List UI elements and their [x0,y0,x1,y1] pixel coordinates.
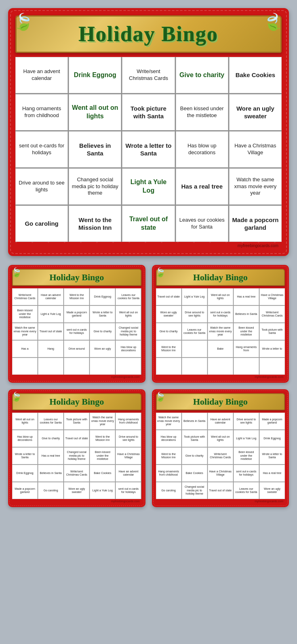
small-cell-2-4: Took picture with Santa [259,323,285,340]
bingo-cell-4-4: Made a popcorn garland [229,206,282,242]
bingo-cell-0-3: Give to charity [176,57,228,93]
small-cell-2-1: Leaves our cookies for Santa [182,323,207,340]
small-cell-2-4: Changed social media pic to holiday them… [116,323,141,340]
small-cell-4-4 [259,358,285,375]
small-cell-0-2: Went all out on lights [208,288,233,305]
small-cell-0-1: Have an advent calendar [38,288,63,305]
bingo-cell-0-0: Have an advent calendar [15,57,68,93]
small-cell-2-1: Travel out of state [38,323,63,340]
small-cell-4-0: Go caroling [156,482,181,499]
small-cell-0-3: Drive around to see lights [234,413,259,430]
small-card-2: 🍃 Holiday Bingo Write/sent Christmas Car… [8,265,145,383]
small-cell-0-2: Took picture with Santa [64,413,89,430]
small-cell-2-3: Been kissed under the mistletoe [90,447,115,464]
small-cell-2-3: Been kissed under the mistletoe [234,447,259,464]
main-bingo-card: 🍃 Holiday Bingo 🍃 Have an advent calenda… [8,8,289,256]
small-cell-4-3 [234,358,259,375]
small-cell-4-0 [156,358,181,375]
small-cell-3-2: Bake [208,340,233,357]
small-cell-1-4: Drive around to see lights [116,430,141,447]
card4-title: Holiday Bingo [17,396,137,407]
bingo-cell-2-1: Believes in Santa [69,131,121,168]
small-cell-1-0: Has blow up decorations [12,430,38,447]
small-cell-4-1 [182,358,207,375]
holly-right-icon: 🍃 [263,13,284,31]
small-cell-2-1: Has a real tree [38,447,63,464]
bingo-cell-4-2: Travel out of state [122,206,175,242]
small-cell-3-0: Drink Eggnog [12,465,38,482]
small-cell-4-2 [208,358,233,375]
small-cell-0-1: Leaves our cookies for Santa [38,413,63,430]
small-cell-1-3: Wrote a letter to Santa [90,306,115,323]
small-cell-0-3: Drink Eggnog [90,288,115,305]
bingo-cell-1-3: Been kissed under the mistletoe [176,94,228,130]
small-cell-3-0: Hang ornaments from childhood [156,465,181,482]
small-cell-3-3: Bake Cookies [90,465,115,482]
small-cell-0-4: Hang ornaments from childhood [116,413,141,430]
bingo-cell-1-2: Took picture with Santa [122,94,175,130]
small-cell-4-4 [116,358,141,375]
small-card-3: 🍃 Holiday Bingo Travel out of stateLight… [152,265,289,383]
small-cell-0-4: Have a Christmas Village [259,288,285,305]
main-title: Holiday Bingo [25,22,272,46]
small-cell-0-1: Believes in Santa [182,413,207,430]
card5-watermark: myfreebingocards.com [156,499,285,503]
card3-title-banner: 🍃 Holiday Bingo [156,269,285,286]
small-cell-2-0: Watch the same xmas movie every year [12,323,38,340]
bingo-cell-4-1: Went to the Mission Inn [69,206,121,242]
small-cell-3-2: Have a Christmas Village [208,465,233,482]
small-cell-2-4: Have a Christmas Village [116,447,141,464]
bingo-cell-0-4: Bake Cookies [229,57,282,93]
small-cell-3-4: Has blow up decorations [116,340,141,357]
small-cell-1-3: Went to the Mission Inn [90,430,115,447]
card4-title-banner: 🍃 Holiday Bingo [12,393,141,410]
small-cell-1-3: Light a Yule Log [234,430,259,447]
bingo-cell-3-2: Light a Yule Log [122,168,175,205]
small-cell-4-2: Travel out of state [208,482,233,499]
small-cell-3-1: Believes in Santa [38,465,63,482]
small-cell-1-3: Believes in Santa [234,306,259,323]
small-cell-1-2: sent out e-cards for holidays [208,306,233,323]
card4-holly-icon: 🍃 [11,392,22,402]
small-cell-0-3: Has a real tree [234,288,259,305]
small-cell-4-4: Wore an ugly sweater [259,482,285,499]
card4-watermark: myfreebingocards.com [12,499,141,503]
small-cell-1-2: Went all out on lights [208,430,233,447]
card5-grid: Watch the same xmas movie every yearBeli… [156,413,285,499]
bingo-cell-3-4: Watch the same xmas movie every year [229,168,282,205]
small-cell-1-4: Drink Eggnog [259,430,285,447]
bingo-cell-1-0: Hang ornaments from childhood [15,94,68,130]
small-cell-3-2: Write/sent Christmas Cards [64,465,89,482]
small-cell-2-0: Went to the Mission Inn [156,447,181,464]
small-cell-4-4: sent out e-cards for holidays [116,482,141,499]
small-cell-3-4: Wrote a letter to [259,340,285,357]
small-cell-1-1: Drive around to see lights [182,306,207,323]
bingo-cell-2-4: Have a Christmas Village [229,131,282,168]
bingo-cell-2-2: Wrote a letter to Santa [122,131,175,168]
small-cell-4-1: Go caroling [38,482,63,499]
bingo-cell-4-0: Go caroling [15,206,68,242]
small-cell-3-3: Hang ornaments from [234,340,259,357]
small-cards-row-1: 🍃 Holiday Bingo Write/sent Christmas Car… [8,265,289,383]
small-cell-0-0: Went all out on lights [12,413,38,430]
card2-watermark: myfreebingocards.com [12,375,141,379]
card2-title: Holiday Bingo [17,272,137,283]
small-cell-4-1: Changed social media pic to holiday them… [182,482,207,499]
bingo-cell-2-0: sent out e-cards for holidays [15,131,68,168]
small-cell-3-3: sent out e-cards for holidays [234,465,259,482]
bingo-cell-4-3: Leaves our cookies for Santa [176,206,228,242]
small-cell-2-1: Give to charity [182,447,207,464]
card3-watermark: myfreebingocards.com [156,375,285,379]
small-cell-0-3: Watch the same xmas movie every year [90,413,115,430]
card3-holly-icon: 🍃 [155,267,166,278]
holly-left-icon: 🍃 [13,13,34,31]
main-watermark: myfreebingocards.com [15,242,282,249]
card4-grid: Went all out on lightsLeaves our cookies… [12,413,141,499]
small-cell-3-0: Has a [12,340,38,357]
small-cell-1-4: Write/sent Christmas Cards [259,306,285,323]
small-cell-0-4: Made a popcorn garland [259,413,285,430]
small-cell-3-4: Has a real tree [259,465,285,482]
bingo-cell-0-2: Write/sent Christmas Cards [122,57,175,93]
small-cell-2-0: Give to charity [156,323,181,340]
small-cell-3-1: Hang [38,340,63,357]
